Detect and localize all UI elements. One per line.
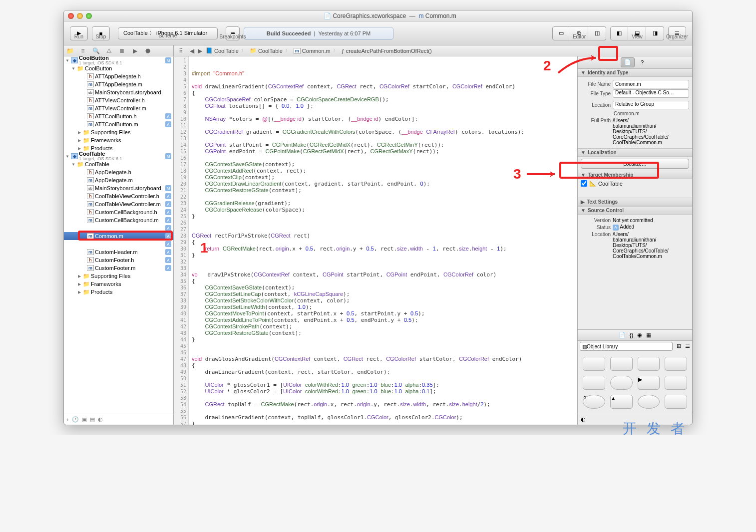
lib-item[interactable]: ▲ [610,395,633,409]
symbol-nav-icon[interactable]: ≡ [79,47,87,55]
add-icon[interactable]: + [66,417,69,423]
lib-item[interactable] [638,395,660,409]
lib-item[interactable]: ? [583,395,605,409]
file-row[interactable]: hCoolTableViewController.hA [64,192,173,200]
target-checkbox-row[interactable]: 📐 CoolTable [578,179,692,188]
filter-field[interactable]: ◐ [98,416,103,423]
file-row[interactable]: hCustomFooter.hA [64,256,173,264]
file-row[interactable]: mATTAppDelegate.m [64,80,173,88]
project-nav-icon[interactable]: 📁 [66,47,74,55]
lib-filter-icon[interactable]: ◐ [581,416,586,423]
minimize-icon[interactable] [77,13,83,19]
file-row[interactable]: mCoolTableViewController.mA [64,200,173,208]
annotation-number-1: 1 [200,240,208,256]
localization-section[interactable]: ▼ Localization [578,148,692,157]
lib-grid-icon[interactable]: ⊞ [675,341,683,352]
project-row[interactable]: ▼◆CoolTable1 target, iOS SDK 6.1M [64,152,173,160]
library-dropdown[interactable]: ▥ Object Library [580,342,673,351]
code-area[interactable]: #import "Common.h" void drawLinearGradie… [189,56,577,425]
group-row[interactable]: ▼📁CoolTable [64,160,173,168]
lib-tab-code-icon[interactable]: {} [630,332,633,338]
file-row[interactable]: ▶📁Supporting Files [64,272,173,280]
navigator-footer[interactable]: + 🕐 ▣ ▤ ◐ [64,414,173,425]
crumb-file[interactable]: m Common.m [292,47,340,54]
related-items-icon[interactable]: ⠿ [177,47,185,55]
file-row[interactable]: mCustomCellBackground.mA [64,216,173,224]
file-row[interactable]: mATTCoolButton.mA [64,120,173,128]
search-nav-icon[interactable]: 🔍 [92,47,100,55]
lib-item[interactable] [583,376,605,390]
lib-item[interactable] [583,357,605,371]
file-row[interactable]: hCustomCellBackground.hA [64,208,173,216]
xcode-window: 📄 CoreGraphics.xcworkspace — m Common.m … [63,10,693,425]
back-icon[interactable]: ◀ [188,47,196,55]
file-row[interactable]: ▶📁Frameworks [64,136,173,144]
debug-nav-icon[interactable]: ▶ [131,47,139,55]
lib-tab-object-icon[interactable]: ◉ [637,332,642,338]
source-control-section[interactable]: ▼ Source Control [578,206,692,215]
lib-item[interactable] [665,357,687,371]
issue-nav-icon[interactable]: ⚠ [105,47,113,55]
lib-item[interactable]: ▶ [638,376,660,390]
status-pill: Build Succeeded | Yesterday at 6:07 PM [244,27,393,40]
file-type-dropdown[interactable]: Default - Objective-C So… [613,89,689,98]
file-row[interactable]: A [64,224,173,232]
file-row[interactable]: ▶📁Supporting Files [64,128,173,136]
lib-item[interactable] [665,395,687,409]
toolbar: ▶Run ■Stop CoolTable 〉 iPhone 6.1 Simula… [64,21,692,45]
crumb-project[interactable]: 📘 CoolTable [204,47,248,54]
window-title: 📄 CoreGraphics.xcworkspace — m Common.m [92,12,688,19]
file-row[interactable]: sbMainStoryboard.storyboardM [64,184,173,192]
file-row[interactable]: ▶📁Products [64,288,173,296]
lib-item[interactable] [610,357,633,371]
jump-bar: 📁 ≡ 🔍 ⚠ ≣ ▶ ⬣ ⠿ ◀ ▶ 📘 CoolTable 📁 CoolTa… [64,45,692,56]
filter-unsaved-icon[interactable]: ▤ [90,416,95,423]
lib-item[interactable] [638,357,660,371]
location-dropdown[interactable]: Relative to Group [613,101,689,109]
test-nav-icon[interactable]: ≣ [118,47,126,55]
navigator-tabs[interactable]: 📁 ≡ 🔍 ⚠ ≣ ▶ ⬣ [64,45,174,56]
annotation-number-3: 3 [513,166,521,182]
group-row[interactable]: ▼📁CoolButton [64,64,173,72]
titlebar: 📄 CoreGraphics.xcworkspace — m Common.m [64,10,692,21]
lib-item[interactable] [610,376,633,390]
file-row[interactable]: hATTCoolButton.hA [64,112,173,120]
crumb-group[interactable]: 📁 CoolTable [248,47,292,54]
file-row[interactable]: mAppDelegate.m [64,176,173,184]
project-navigator: ▼◆CoolButton1 target, iOS SDK 6.1M▼📁Cool… [64,56,174,425]
file-row[interactable]: mCustomFooter.mA [64,264,173,272]
filter-scm-icon[interactable]: ▣ [82,416,87,423]
target-checkbox[interactable] [581,180,587,187]
crumb-symbol[interactable]: ƒ createArcPathFromBottomOfRect() [340,48,434,54]
text-settings-section[interactable]: ▶ Text Settings [578,198,692,206]
quick-help-tab[interactable]: ? [635,57,649,67]
annotation-number-2: 2 [543,58,551,74]
close-icon[interactable] [68,13,74,19]
lib-item[interactable] [665,376,687,390]
file-row[interactable]: mCommon.mA [64,232,173,240]
filter-recent-icon[interactable]: 🕐 [72,416,79,423]
file-row[interactable]: A [64,240,173,248]
zoom-icon[interactable] [86,13,92,19]
library-grid: ▶ ?▲ [578,352,692,414]
source-editor[interactable]: 1234567891011121314151617181920212223242… [174,56,577,425]
file-inspector-tab[interactable]: 📄 [621,57,635,67]
lib-tab-media-icon[interactable]: ▦ [646,332,651,338]
target-section[interactable]: ▼ Target Membership [578,171,692,179]
file-row[interactable]: hATTViewController.h [64,96,173,104]
file-row[interactable]: hAppDelegate.h [64,168,173,176]
localize-button[interactable]: Localize… [581,159,689,169]
arrow-3 [526,169,561,181]
line-gutter: 1234567891011121314151617181920212223242… [174,56,189,425]
forward-icon[interactable]: ▶ [196,47,204,55]
bp-nav-icon[interactable]: ⬣ [144,47,152,55]
lib-list-icon[interactable]: ☰ [683,341,692,352]
project-row[interactable]: ▼◆CoolButton1 target, iOS SDK 6.1M [64,56,173,64]
file-row[interactable]: ▶📁Frameworks [64,280,173,288]
file-row[interactable]: mATTViewController.m [64,104,173,112]
file-name-input[interactable] [613,80,689,88]
file-row[interactable]: hATTAppDelegate.h [64,72,173,80]
lib-tab-file-icon[interactable]: 📄 [619,332,626,338]
file-row[interactable]: sbMainStoryboard.storyboard [64,88,173,96]
file-row[interactable]: mCustomHeader.mA [64,248,173,256]
